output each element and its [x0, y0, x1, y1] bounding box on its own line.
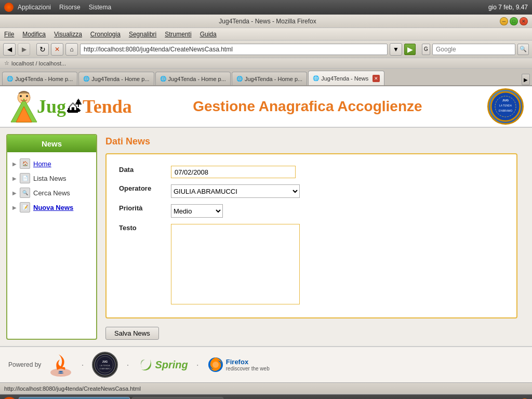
- svg-text:D'ABRAMO: D'ABRAMO: [100, 367, 111, 370]
- sidebar-link-home[interactable]: Home: [33, 160, 51, 168]
- tab-2[interactable]: 🌐 Jug4Tenda - Home p...: [78, 72, 154, 85]
- os-menu-risorse[interactable]: Risorse: [59, 4, 81, 11]
- os-titlebar: Applicazioni Risorse Sistema gio 7 feb, …: [0, 0, 532, 15]
- menu-file[interactable]: File: [4, 31, 14, 38]
- status-url: http://localhost:8080/jug4tenda/CreateNe…: [4, 385, 141, 392]
- testo-label: Testo: [115, 221, 167, 309]
- tab-5-close[interactable]: ✕: [373, 75, 380, 82]
- cerca-icon: 🔍: [20, 188, 30, 198]
- content-title: Dati News: [105, 136, 517, 147]
- search-bar[interactable]: [432, 44, 515, 55]
- sidebar-nav: ▶ 🏠 Home ▶ 📄 Lista News ▶ 🔍 Cerca News: [7, 152, 96, 219]
- go-button[interactable]: ▶: [404, 44, 416, 55]
- dropdown-button[interactable]: ▼: [390, 43, 402, 56]
- data-label: Data: [115, 163, 167, 181]
- priorita-label: Priorità: [115, 201, 167, 221]
- site-header: Jug 🏕 Tenda Gestione Anagrafica Accoglie…: [0, 86, 532, 128]
- forward-button[interactable]: ▶: [18, 43, 30, 56]
- tab-4-icon: 🌐: [236, 76, 243, 82]
- tab-5-icon: 🌐: [313, 75, 319, 81]
- spring-text: Spring: [155, 359, 188, 371]
- back-button[interactable]: ◀: [3, 43, 16, 56]
- menu-visualizza[interactable]: Visualizza: [54, 31, 82, 38]
- page-content: Jug 🏕 Tenda Gestione Anagrafica Accoglie…: [0, 86, 532, 382]
- menu-segnalibri[interactable]: Segnalibri: [129, 31, 156, 38]
- form-table: Data Operatore GIULIA ABRAMUCCI ALTRO OP…: [115, 163, 508, 309]
- firefox-logo: Firefox rediscover the web: [207, 356, 270, 373]
- sidebar-item-cerca[interactable]: ▶ 🔍 Cerca News: [9, 185, 94, 200]
- os-taskbar: u Jug4Tenda - News - Mozilla Firefox imm…: [0, 394, 532, 399]
- menu-modifica[interactable]: Modifica: [22, 31, 46, 38]
- footer-sep-1: ·: [81, 360, 84, 370]
- tab-1-label: Jug4Tenda - Home p...: [15, 76, 73, 82]
- sidebar-label-cerca: Cerca News: [33, 189, 70, 197]
- svg-text:LA TENDA: LA TENDA: [100, 364, 111, 367]
- menu-guida[interactable]: Guida: [200, 31, 217, 38]
- svg-point-3: [20, 95, 22, 97]
- firefox-titlebar: Jug4Tenda - News - Mozilla Firefox ─ □ ✕: [0, 15, 532, 28]
- operatore-label: Operatore: [115, 181, 167, 201]
- menu-cronologia[interactable]: Cronologia: [90, 31, 121, 38]
- svg-text:JUG: JUG: [502, 99, 509, 102]
- minimize-button[interactable]: ─: [500, 17, 508, 25]
- svg-point-17: [212, 362, 219, 368]
- taskbar-firefox-item[interactable]: Jug4Tenda - News - Mozilla Firefox: [19, 397, 130, 400]
- save-button[interactable]: Salva News: [105, 327, 159, 340]
- operatore-select-cell: GIULIA ABRAMUCCI ALTRO OPERATORE: [167, 181, 508, 201]
- stop-button[interactable]: ✕: [51, 43, 63, 56]
- sidebar-item-lista[interactable]: ▶ 📄 Lista News: [9, 171, 94, 185]
- svg-text:LA TENDA: LA TENDA: [499, 104, 512, 107]
- arrow-icon-home: ▶: [12, 161, 17, 167]
- field-testo-row: Testo: [115, 221, 508, 309]
- tab-3-label: Jug4Tenda - Home p...: [168, 76, 226, 82]
- logo: Jug 🏕 Tenda: [8, 88, 132, 125]
- svg-text:D'ABRAMO: D'ABRAMO: [499, 109, 512, 112]
- breadcrumb-icon: ☆: [4, 60, 9, 66]
- os-menu-applicazioni[interactable]: Applicazioni: [18, 4, 51, 11]
- main-layout: News ▶ 🏠 Home ▶ 📄 Lista News ▶ 🔍: [0, 128, 532, 346]
- java-logo: [49, 352, 73, 378]
- tab-2-icon: 🌐: [83, 76, 89, 82]
- tab-3[interactable]: 🌐 Jug4Tenda - Home p...: [155, 72, 231, 85]
- button-row: Salva News: [105, 327, 517, 340]
- tab-1[interactable]: 🌐 Jug4Tenda - Home p...: [2, 72, 77, 85]
- arrow-icon-cerca: ▶: [12, 190, 17, 196]
- os-menu-sistema[interactable]: Sistema: [89, 4, 111, 11]
- tab-4[interactable]: 🌐 Jug4Tenda - Home p...: [232, 72, 307, 85]
- tab-2-label: Jug4Tenda - Home p...: [91, 76, 149, 82]
- content-area: Dati News Data Operatore: [97, 134, 526, 340]
- firefox-icon: [207, 356, 224, 373]
- taskbar-start[interactable]: u: [2, 397, 17, 400]
- footer-sep-3: ·: [196, 360, 199, 370]
- sidebar-link-nuova[interactable]: Nuova News: [33, 204, 73, 211]
- sidebar-item-home[interactable]: ▶ 🏠 Home: [9, 156, 94, 171]
- search-button[interactable]: 🔍: [517, 44, 529, 55]
- logo-tenda: Tenda: [83, 96, 132, 117]
- firefox-menubar: File Modifica Visualizza Cronologia Segn…: [0, 28, 532, 41]
- maximize-button[interactable]: □: [510, 17, 518, 25]
- priorita-select[interactable]: Medio Alto Basso: [171, 204, 223, 218]
- footer-sep-2: ·: [126, 360, 129, 370]
- os-time: gio 7 feb, 9.47: [488, 4, 528, 11]
- status-bar: http://localhost:8080/jug4tenda/CreateNe…: [0, 382, 532, 394]
- search-engine-icon[interactable]: G: [422, 44, 430, 55]
- lista-icon: 📄: [20, 173, 30, 183]
- url-bar[interactable]: [80, 44, 388, 55]
- sidebar: News ▶ 🏠 Home ▶ 📄 Lista News ▶ 🔍: [6, 134, 97, 340]
- home-button[interactable]: ⌂: [65, 43, 78, 56]
- window-controls: ─ □ ✕: [500, 17, 528, 25]
- home-icon: 🏠: [20, 158, 30, 169]
- menu-strumenti[interactable]: Strumenti: [165, 31, 191, 38]
- reload-button[interactable]: ↻: [36, 43, 49, 56]
- operatore-select[interactable]: GIULIA ABRAMUCCI ALTRO OPERATORE: [171, 184, 300, 198]
- tab-5[interactable]: 🌐 Jug4Tenda - News ✕: [308, 71, 384, 85]
- sidebar-item-nuova[interactable]: ▶ 📝 Nuova News: [9, 200, 94, 215]
- mascot-icon: [8, 88, 39, 125]
- testo-textarea[interactable]: [171, 224, 300, 304]
- breadcrumb-text: localhost / localhost...: [11, 60, 66, 66]
- data-input[interactable]: [171, 166, 296, 178]
- tab-arrow[interactable]: ▶: [522, 74, 530, 85]
- window-title: Jug4Tenda - News - Mozilla Firefox: [35, 18, 500, 25]
- taskbar-files-item[interactable]: immagini - Esplorazione file: [132, 397, 224, 400]
- close-button[interactable]: ✕: [520, 17, 528, 25]
